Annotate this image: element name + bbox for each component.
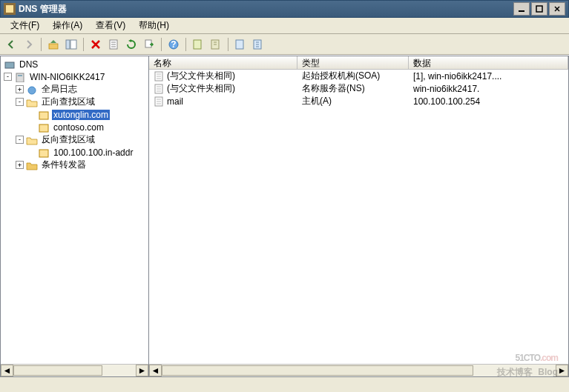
svg-rect-2	[519, 10, 524, 12]
show-hide-tree-button[interactable]	[63, 36, 79, 53]
svg-rect-3	[536, 6, 542, 12]
help-button[interactable]: ?	[165, 36, 182, 53]
svg-rect-21	[39, 150, 48, 157]
close-button[interactable]	[549, 2, 565, 16]
scroll-left-icon[interactable]: ◄	[1, 365, 13, 376]
expand-icon[interactable]: +	[16, 161, 24, 169]
folder-open-icon	[26, 135, 38, 145]
expand-icon[interactable]: +	[16, 85, 24, 93]
record-icon	[154, 71, 164, 82]
col-type[interactable]: 类型	[297, 56, 409, 69]
svg-rect-13	[236, 40, 243, 49]
svg-rect-11	[194, 40, 201, 49]
zone-icon	[38, 122, 50, 133]
record-row[interactable]: (与父文件夹相同)名称服务器(NS)win-nio6ikk2417.	[149, 82, 568, 95]
tree-global-log[interactable]: + 全局日志	[1, 83, 148, 96]
tree-zone-xutonglin[interactable]: xutonglin.com	[1, 108, 148, 121]
menu-bar: 文件(F) 操作(A) 查看(V) 帮助(H)	[0, 18, 569, 34]
svg-text:?: ?	[171, 39, 176, 50]
new-record-button[interactable]	[208, 36, 224, 53]
tree-reverse-zone-100[interactable]: 100.100.100.in-addr	[1, 146, 148, 159]
scroll-right-icon[interactable]: ►	[556, 365, 568, 376]
minimize-button[interactable]	[513, 2, 530, 16]
record-icon	[154, 84, 164, 94]
record-type: 起始授权机构(SOA)	[302, 70, 380, 82]
col-data[interactable]: 数据	[409, 56, 568, 69]
back-button[interactable]	[3, 36, 19, 53]
record-row[interactable]: (与父文件夹相同)起始授权机构(SOA)[1], win-nio6ikk2417…	[149, 70, 568, 82]
new-zone-button[interactable]	[190, 36, 206, 53]
record-data: win-nio6ikk2417.	[413, 84, 479, 94]
svg-rect-4	[49, 44, 58, 49]
filter-button[interactable]	[232, 36, 249, 53]
zone-icon	[38, 147, 50, 158]
tree-conditional-forwarders[interactable]: + 条件转发器	[1, 159, 148, 171]
record-icon	[154, 96, 164, 107]
forward-button[interactable]	[21, 36, 37, 53]
svg-rect-6	[70, 40, 76, 49]
svg-rect-19	[39, 112, 48, 119]
collapse-icon[interactable]: -	[4, 73, 12, 81]
scroll-left-icon[interactable]: ◄	[149, 365, 162, 376]
collapse-icon[interactable]: -	[16, 136, 24, 144]
tree-zone-contoso[interactable]: contoso.com	[1, 121, 148, 133]
svg-rect-8	[145, 40, 151, 47]
svg-rect-15	[5, 62, 14, 68]
properties-button[interactable]	[105, 36, 122, 53]
list-header: 名称 类型 数据	[149, 56, 568, 70]
collapse-icon[interactable]: -	[16, 98, 24, 106]
refresh-button[interactable]	[123, 36, 139, 53]
find-button[interactable]	[250, 36, 266, 53]
menu-view[interactable]: 查看(V)	[90, 18, 131, 33]
list-scrollbar-h[interactable]: ◄ ►	[149, 364, 568, 376]
svg-rect-17	[18, 75, 22, 76]
app-icon	[4, 3, 16, 15]
window-title: DNS 管理器	[19, 3, 513, 16]
tree-panel: DNS - WIN-NIO6IKK2417 + 全局日志 - 正向查找区域	[0, 56, 148, 377]
folder-open-icon	[26, 97, 38, 107]
record-row[interactable]: mail主机(A)100.100.100.254	[149, 95, 568, 107]
tree-reverse-zones[interactable]: - 反向查找区域	[1, 133, 148, 146]
toolbar: ?	[0, 34, 569, 55]
title-bar: DNS 管理器	[0, 0, 569, 18]
svg-rect-1	[6, 5, 13, 13]
export-button[interactable]	[141, 36, 157, 53]
tree-scrollbar-h[interactable]: ◄ ►	[1, 364, 148, 376]
record-data: 100.100.100.254	[413, 96, 480, 107]
server-icon	[14, 72, 26, 82]
zone-icon	[38, 110, 50, 120]
record-name: (与父文件夹相同)	[167, 82, 235, 95]
col-name[interactable]: 名称	[149, 56, 297, 69]
log-icon	[26, 84, 38, 95]
dns-icon	[4, 59, 16, 70]
list-panel: 名称 类型 数据 (与父文件夹相同)起始授权机构(SOA)[1], win-ni…	[148, 56, 569, 377]
record-name: (与父文件夹相同)	[167, 70, 235, 82]
maximize-button[interactable]	[531, 2, 547, 16]
folder-icon	[26, 160, 38, 170]
record-type: 名称服务器(NS)	[302, 82, 365, 95]
tree-root-dns[interactable]: DNS	[1, 58, 148, 70]
tree-server[interactable]: - WIN-NIO6IKK2417	[1, 70, 148, 83]
menu-help[interactable]: 帮助(H)	[133, 18, 175, 33]
menu-file[interactable]: 文件(F)	[4, 18, 45, 33]
svg-rect-16	[16, 73, 24, 82]
up-button[interactable]	[45, 36, 62, 53]
record-type: 主机(A)	[302, 95, 332, 107]
scroll-right-icon[interactable]: ►	[136, 365, 148, 376]
svg-rect-5	[66, 40, 70, 49]
menu-action[interactable]: 操作(A)	[47, 18, 88, 33]
svg-rect-20	[39, 124, 48, 132]
svg-point-18	[28, 87, 36, 94]
delete-button[interactable]	[88, 36, 104, 53]
record-name: mail	[167, 96, 183, 107]
tree-forward-zones[interactable]: - 正向查找区域	[1, 96, 148, 108]
record-data: [1], win-nio6ikk2417....	[413, 71, 501, 82]
